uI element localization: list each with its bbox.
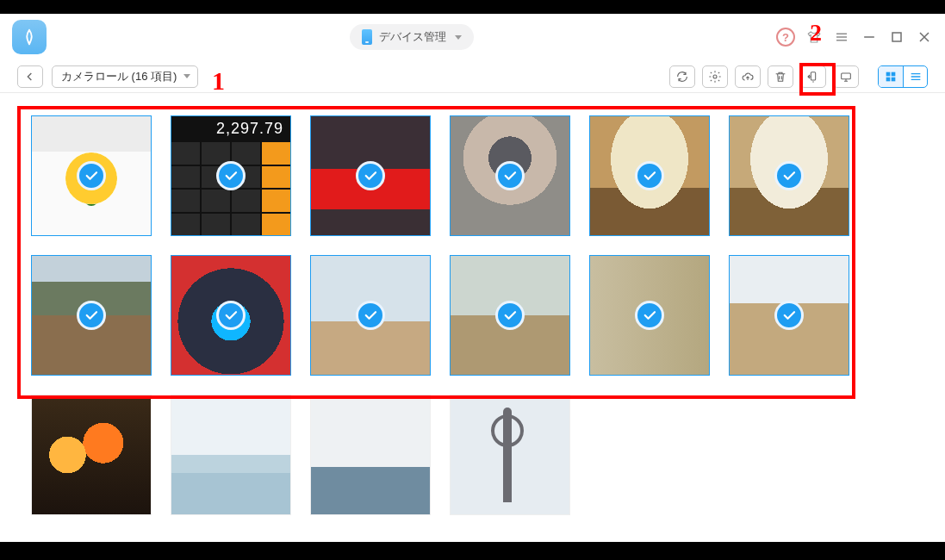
svg-rect-2 [811,72,815,79]
to-device-button[interactable] [800,65,826,88]
photo-thumbnail[interactable] [171,395,291,515]
photo-thumbnail[interactable] [31,115,152,236]
photo-thumbnail[interactable] [310,255,431,376]
selected-check-icon [635,301,664,330]
back-button[interactable] [17,65,43,88]
photo-thumbnail[interactable]: 2,297.79 [171,115,291,236]
album-label: カメラロール (16 項目) [61,69,177,84]
chevron-left-icon [23,70,37,84]
menu-icon [834,29,849,45]
selected-check-icon [774,161,804,190]
selected-check-icon [635,161,664,190]
chevron-down-icon [455,35,462,40]
list-view-button[interactable] [903,66,927,87]
toolbar: カメラロール (16 項目) [0,60,945,93]
settings-button[interactable] [702,65,728,88]
to-pc-button[interactable] [833,65,859,88]
help-button[interactable]: ? [776,28,795,47]
svg-rect-3 [842,73,851,79]
selected-check-icon [774,301,804,330]
refresh-button[interactable] [669,65,695,88]
svg-rect-7 [892,77,896,81]
minimize-icon [861,28,878,46]
close-icon [916,28,933,46]
list-icon [909,70,923,84]
photo-thumbnail[interactable] [31,395,152,515]
svg-rect-6 [886,77,891,81]
photo-thumbnail[interactable] [450,255,570,376]
selected-check-icon [216,301,246,330]
selected-check-icon [77,161,106,190]
cloud-upload-icon [741,70,755,84]
photo-thumbnail[interactable] [589,115,710,236]
photo-thumbnail[interactable] [310,115,431,236]
calculator-display: 2,297.79 [171,116,290,142]
selected-check-icon [77,301,106,330]
photo-image [451,395,569,514]
svg-rect-4 [886,72,891,76]
titlebar: デバイス管理 ? [0,14,945,60]
close-button[interactable] [916,28,933,46]
selected-check-icon [495,301,525,330]
grid-view-button[interactable] [879,66,903,87]
selected-check-icon [356,161,385,190]
delete-button[interactable] [768,65,793,88]
view-toggle [878,65,928,88]
content-area: 2,297.79 [0,93,945,542]
tutorial-step-1: 1 [212,66,225,96]
minimize-button[interactable] [861,28,878,46]
gear-icon [708,70,722,84]
album-dropdown[interactable]: カメラロール (16 項目) [52,65,198,88]
photo-image [32,395,151,514]
photo-thumbnail[interactable] [450,395,570,515]
photo-thumbnail[interactable] [589,255,710,376]
device-label: デバイス管理 [379,29,446,45]
photo-grid: 2,297.79 [31,115,945,515]
selected-check-icon [356,301,385,330]
photo-thumbnail[interactable] [31,255,152,376]
selected-check-icon [495,161,525,190]
photo-image [311,395,430,514]
to-device-icon [806,70,820,84]
maximize-button[interactable] [888,28,905,46]
photo-thumbnail[interactable] [729,115,849,236]
photo-thumbnail[interactable] [450,115,570,236]
svg-point-1 [713,75,717,78]
photo-thumbnail[interactable] [171,255,291,376]
selected-check-icon [216,161,246,190]
device-dropdown[interactable]: デバイス管理 [350,24,474,50]
photo-image [171,395,290,514]
photo-thumbnail[interactable] [729,255,849,376]
app-logo [12,20,47,54]
grid-icon [884,70,898,84]
maximize-icon [888,28,905,46]
menu-button[interactable] [833,28,850,46]
tutorial-step-2: 2 [810,19,822,47]
trash-icon [774,70,787,84]
refresh-icon [675,70,689,84]
chevron-down-icon [183,74,190,78]
phone-icon [362,29,372,45]
photo-thumbnail[interactable] [310,395,431,515]
svg-rect-5 [892,72,896,76]
to-cloud-button[interactable] [735,65,761,88]
svg-rect-0 [892,33,901,41]
to-pc-icon [839,70,853,84]
